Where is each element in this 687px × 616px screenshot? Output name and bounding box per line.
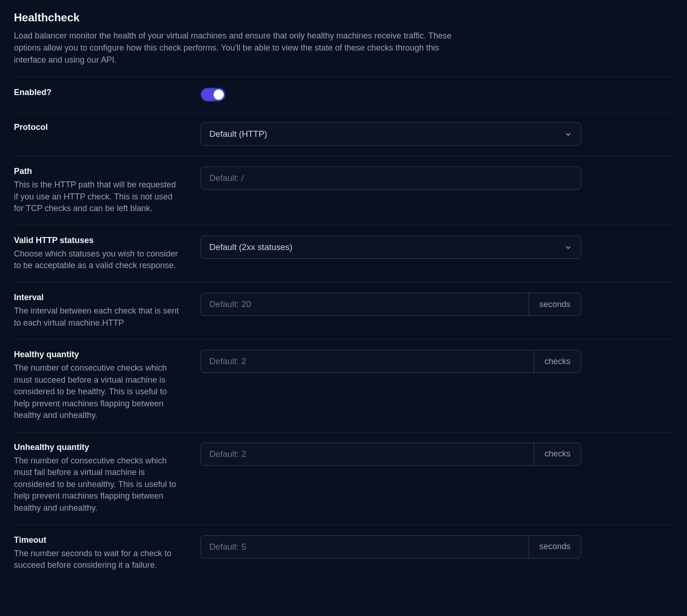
row-path: Path This is the HTTP path that will be … bbox=[14, 156, 673, 225]
interval-label: Interval bbox=[14, 293, 182, 302]
timeout-input-wrapper: seconds bbox=[201, 535, 581, 558]
row-interval: Interval The interval between each check… bbox=[14, 282, 673, 339]
interval-description: The interval between each check that is … bbox=[14, 305, 182, 329]
chevron-down-icon bbox=[564, 243, 572, 251]
path-description: This is the HTTP path that will be reque… bbox=[14, 179, 182, 215]
statuses-selected: Default (2xx statuses) bbox=[209, 242, 292, 252]
row-enabled: Enabled? bbox=[14, 77, 673, 112]
protocol-select[interactable]: Default (HTTP) bbox=[201, 122, 581, 146]
row-protocol: Protocol Default (HTTP) bbox=[14, 112, 673, 156]
healthy-label: Healthy quantity bbox=[14, 350, 182, 359]
path-input[interactable] bbox=[201, 167, 581, 190]
timeout-input[interactable] bbox=[201, 536, 529, 558]
row-statuses: Valid HTTP statuses Choose which statuse… bbox=[14, 225, 673, 282]
statuses-description: Choose which statuses you wish to consid… bbox=[14, 248, 182, 272]
unhealthy-input-wrapper: checks bbox=[201, 443, 581, 466]
unhealthy-description: The number of consecutive checks which m… bbox=[14, 455, 182, 514]
unhealthy-input[interactable] bbox=[201, 443, 534, 465]
page-title: Healthcheck bbox=[14, 11, 673, 24]
healthy-input[interactable] bbox=[201, 350, 534, 372]
chevron-down-icon bbox=[564, 130, 572, 138]
timeout-unit: seconds bbox=[529, 536, 581, 558]
statuses-select[interactable]: Default (2xx statuses) bbox=[201, 236, 581, 259]
unhealthy-unit: checks bbox=[534, 443, 581, 465]
timeout-description: The number seconds to wait for a check t… bbox=[14, 548, 182, 571]
row-timeout: Timeout The number seconds to wait for a… bbox=[14, 525, 673, 582]
toggle-knob bbox=[214, 90, 224, 100]
page-description: Load balancer monitor the health of your… bbox=[14, 30, 469, 66]
path-label: Path bbox=[14, 167, 182, 176]
interval-unit: seconds bbox=[529, 293, 581, 315]
protocol-label: Protocol bbox=[14, 122, 182, 132]
enabled-label: Enabled? bbox=[14, 88, 182, 97]
enabled-toggle[interactable] bbox=[201, 88, 226, 102]
healthy-input-wrapper: checks bbox=[201, 350, 581, 373]
row-healthy: Healthy quantity The number of consecuti… bbox=[14, 339, 673, 432]
unhealthy-label: Unhealthy quantity bbox=[14, 443, 182, 452]
healthy-unit: checks bbox=[534, 350, 581, 372]
interval-input[interactable] bbox=[201, 293, 529, 315]
interval-input-wrapper: seconds bbox=[201, 293, 581, 316]
protocol-selected: Default (HTTP) bbox=[209, 129, 267, 139]
timeout-label: Timeout bbox=[14, 535, 182, 545]
healthy-description: The number of consecutive checks which m… bbox=[14, 362, 182, 422]
row-unhealthy: Unhealthy quantity The number of consecu… bbox=[14, 432, 673, 525]
statuses-label: Valid HTTP statuses bbox=[14, 236, 182, 245]
